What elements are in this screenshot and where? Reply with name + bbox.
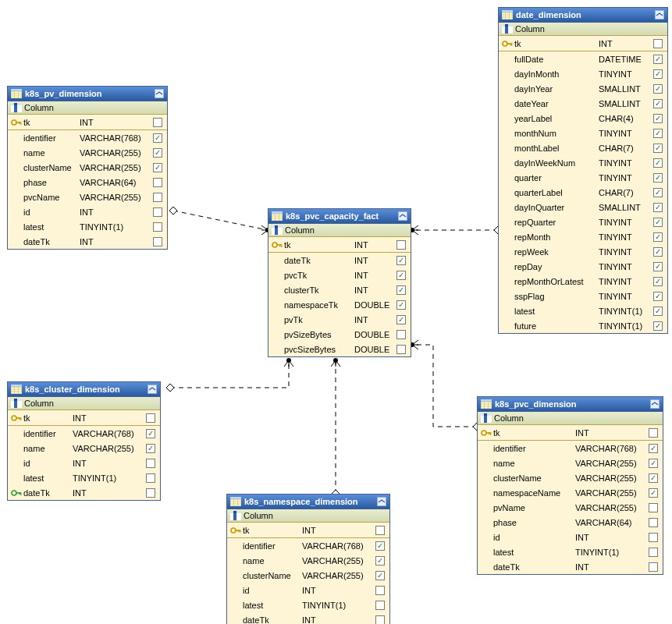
table-k8s_namespace_dimension[interactable]: k8s_namespace_dimensionColumntkINTidenti… bbox=[226, 494, 390, 624]
table-row[interactable]: monthNumTINYINT bbox=[499, 126, 667, 140]
table-row[interactable]: quarterLabelCHAR(7) bbox=[499, 185, 667, 200]
table-date_dimension[interactable]: date_dimensionColumntkINTfullDateDATETIM… bbox=[498, 7, 668, 334]
column-required-check[interactable] bbox=[144, 488, 157, 498]
table-row[interactable]: tkINT bbox=[499, 36, 667, 51]
table-row[interactable]: latestTINYINT(1) bbox=[8, 219, 167, 234]
column-required-check[interactable] bbox=[151, 178, 164, 187]
table-row[interactable]: phaseVARCHAR(64) bbox=[478, 515, 663, 530]
column-required-check[interactable] bbox=[151, 163, 164, 172]
table-row[interactable]: tkINT bbox=[8, 115, 167, 130]
column-required-check[interactable] bbox=[151, 148, 164, 158]
table-row[interactable]: tkINT bbox=[8, 410, 160, 426]
table-row[interactable]: dateTkINT bbox=[8, 485, 160, 500]
table-row[interactable]: idINT bbox=[227, 583, 389, 597]
column-required-check[interactable] bbox=[652, 218, 664, 227]
collapse-icon[interactable] bbox=[650, 399, 660, 409]
table-row[interactable]: pvcTkINT bbox=[268, 268, 411, 282]
table-row[interactable]: pvcNameVARCHAR(255) bbox=[8, 190, 167, 204]
table-row[interactable]: dayInMonthTINYINT bbox=[499, 66, 667, 81]
column-required-check[interactable] bbox=[374, 601, 386, 610]
table-title-bar[interactable]: date_dimension bbox=[499, 8, 667, 23]
column-required-check[interactable] bbox=[151, 207, 164, 217]
table-row[interactable]: dateTkINT bbox=[8, 234, 167, 249]
table-title-bar[interactable]: k8s_pvc_capacity_fact bbox=[268, 209, 411, 224]
table-row[interactable]: idINT bbox=[8, 456, 160, 470]
table-row[interactable]: namespaceTkDOUBLE bbox=[268, 297, 411, 312]
table-row[interactable]: identifierVARCHAR(768) bbox=[227, 538, 389, 553]
column-required-check[interactable] bbox=[652, 247, 664, 257]
table-row[interactable]: pvSizeBytesDOUBLE bbox=[268, 327, 411, 342]
table-row[interactable]: nameVARCHAR(255) bbox=[478, 456, 663, 470]
table-k8s_pv_dimension[interactable]: k8s_pv_dimensionColumntkINTidentifierVAR… bbox=[7, 86, 168, 250]
table-row[interactable]: dateTkINT bbox=[478, 559, 663, 574]
column-required-check[interactable] bbox=[652, 173, 664, 183]
column-required-check[interactable] bbox=[652, 232, 664, 242]
column-required-check[interactable] bbox=[652, 277, 664, 286]
column-required-check[interactable] bbox=[395, 330, 407, 339]
table-k8s_cluster_dimension[interactable]: k8s_cluster_dimensionColumntkINTidentifi… bbox=[7, 381, 161, 501]
table-row[interactable]: dateTkINT bbox=[227, 612, 389, 624]
column-required-check[interactable] bbox=[151, 237, 164, 246]
collapse-icon[interactable] bbox=[148, 385, 157, 394]
table-row[interactable]: clusterNameVARCHAR(255) bbox=[227, 568, 389, 583]
column-required-check[interactable] bbox=[647, 548, 660, 557]
table-row[interactable]: phaseVARCHAR(64) bbox=[8, 175, 167, 190]
column-required-check[interactable] bbox=[144, 444, 157, 453]
table-row[interactable]: quarterTINYINT bbox=[499, 170, 667, 185]
column-required-check[interactable] bbox=[652, 188, 664, 197]
column-required-check[interactable] bbox=[144, 429, 157, 438]
table-row[interactable]: identifierVARCHAR(768) bbox=[8, 130, 167, 145]
table-row[interactable]: tkINT bbox=[227, 523, 389, 538]
column-required-check[interactable] bbox=[151, 133, 164, 143]
table-row[interactable]: pvcSizeBytesDOUBLE bbox=[268, 342, 411, 356]
table-row[interactable]: latestTINYINT(1) bbox=[8, 470, 160, 485]
column-required-check[interactable] bbox=[374, 571, 386, 580]
column-required-check[interactable] bbox=[395, 315, 407, 324]
column-required-check[interactable] bbox=[652, 144, 664, 153]
column-required-check[interactable] bbox=[647, 488, 660, 498]
column-required-check[interactable] bbox=[647, 503, 660, 512]
collapse-icon[interactable] bbox=[655, 10, 664, 20]
table-row[interactable]: nameVARCHAR(255) bbox=[227, 553, 389, 568]
column-required-check[interactable] bbox=[151, 118, 164, 127]
collapse-icon[interactable] bbox=[398, 211, 407, 221]
column-required-check[interactable] bbox=[652, 203, 664, 212]
column-required-check[interactable] bbox=[652, 292, 664, 301]
table-k8s_pvc_capacity_fact[interactable]: k8s_pvc_capacity_factColumntkINTdateTkIN… bbox=[268, 208, 411, 357]
column-required-check[interactable] bbox=[144, 459, 157, 468]
column-required-check[interactable] bbox=[652, 55, 664, 64]
column-required-check[interactable] bbox=[647, 459, 660, 468]
table-row[interactable]: tkINT bbox=[268, 237, 411, 253]
table-row[interactable]: futureTINYINT(1) bbox=[499, 318, 667, 333]
table-row[interactable]: repWeekTINYINT bbox=[499, 244, 667, 259]
table-row[interactable]: repDayTINYINT bbox=[499, 259, 667, 274]
column-required-check[interactable] bbox=[374, 541, 386, 551]
column-required-check[interactable] bbox=[395, 285, 407, 295]
column-required-check[interactable] bbox=[395, 256, 407, 265]
column-required-check[interactable] bbox=[374, 615, 386, 625]
table-row[interactable]: latestTINYINT(1) bbox=[478, 544, 663, 559]
table-row[interactable]: repMonthTINYINT bbox=[499, 229, 667, 244]
table-row[interactable]: monthLabelCHAR(7) bbox=[499, 140, 667, 155]
table-row[interactable]: pvTkINT bbox=[268, 312, 411, 327]
column-required-check[interactable] bbox=[647, 562, 660, 572]
column-required-check[interactable] bbox=[652, 84, 664, 94]
table-row[interactable]: clusterTkINT bbox=[268, 282, 411, 297]
column-required-check[interactable] bbox=[647, 533, 660, 542]
column-required-check[interactable] bbox=[144, 473, 157, 483]
table-row[interactable]: repQuarterTINYINT bbox=[499, 214, 667, 229]
table-row[interactable]: identifierVARCHAR(768) bbox=[8, 426, 160, 441]
table-row[interactable]: identifierVARCHAR(768) bbox=[478, 441, 663, 456]
table-k8s_pvc_dimension[interactable]: k8s_pvc_dimensionColumntkINTidentifierVA… bbox=[477, 396, 663, 575]
table-row[interactable]: sspFlagTINYINT bbox=[499, 289, 667, 303]
column-required-check[interactable] bbox=[647, 444, 660, 453]
table-row[interactable]: pvNameVARCHAR(255) bbox=[478, 500, 663, 515]
collapse-icon[interactable] bbox=[155, 89, 164, 98]
table-row[interactable]: nameVARCHAR(255) bbox=[8, 145, 167, 160]
column-required-check[interactable] bbox=[652, 262, 664, 271]
column-required-check[interactable] bbox=[144, 413, 157, 423]
table-row[interactable]: dateTkINT bbox=[268, 253, 411, 268]
table-row[interactable]: namespaceNameVARCHAR(255) bbox=[478, 485, 663, 500]
column-required-check[interactable] bbox=[652, 99, 664, 108]
table-title-bar[interactable]: k8s_pv_dimension bbox=[8, 87, 167, 101]
